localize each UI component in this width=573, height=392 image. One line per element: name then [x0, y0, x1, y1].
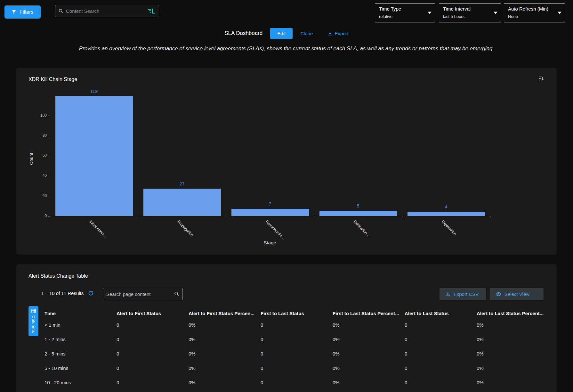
download-icon: [445, 291, 450, 297]
table-row: 2 - 5 mins00%00%00%: [44, 347, 544, 361]
bar-Propagation[interactable]: [143, 189, 221, 216]
eye-icon: [496, 292, 501, 296]
content-search-box: [55, 5, 159, 17]
column-header[interactable]: Alert to Last Status: [405, 311, 477, 316]
table-row: < 1 min00%00%00%: [44, 318, 544, 332]
column-header[interactable]: Time: [44, 311, 117, 316]
sort-button[interactable]: [538, 76, 544, 82]
table-cell: 0%: [333, 365, 405, 371]
columns-button-label: Columns: [31, 315, 36, 333]
y-axis-tick-label: 100: [33, 113, 47, 118]
column-header[interactable]: Alert to Last Status Percent...: [477, 311, 544, 316]
refresh-icon: [88, 290, 93, 296]
table-cell: 0%: [189, 351, 261, 356]
column-header[interactable]: First to Last Status Percent...: [333, 311, 405, 316]
x-axis-category-label: Propagation: [176, 219, 194, 237]
bar-value-label: 7: [269, 201, 271, 207]
table-cell: 0%: [189, 365, 261, 371]
refresh-button[interactable]: [88, 290, 93, 296]
table-cell: 0: [405, 337, 477, 342]
table-row: 1 - 2 mins00%00%00%: [44, 332, 544, 347]
bar-Exploration[interactable]: [408, 212, 485, 216]
time-type-label: Time Type: [379, 6, 426, 12]
bar-Initial Attem...[interactable]: [55, 96, 133, 216]
x-axis-category-label: Exfiltration ...: [352, 219, 371, 238]
table-cell: 0: [261, 337, 333, 342]
auto-refresh-dropdown[interactable]: Auto Refresh (Min) None: [504, 3, 565, 22]
page-title: SLA Dashboard: [224, 30, 262, 37]
table-cell: 0: [405, 365, 477, 371]
search-icon: [59, 9, 63, 13]
chart-title: XDR Kill Chain Stage: [28, 77, 77, 82]
x-axis-category-label: Exploration: [440, 219, 457, 236]
time-interval-label: Time Interval: [443, 6, 492, 12]
table-cell: 1 - 2 mins: [44, 337, 117, 342]
table-cell: 0%: [333, 351, 405, 356]
auto-refresh-label: Auto Refresh (Min): [508, 6, 556, 12]
x-axis-title: Stage: [263, 240, 276, 245]
table-cell: 0: [117, 337, 189, 342]
y-axis-tick-label: 40: [33, 173, 47, 178]
dashboard-description: Provides an overview of the performance …: [0, 45, 573, 52]
table-cell: 0%: [333, 380, 405, 385]
time-type-dropdown[interactable]: Time Type relative: [375, 3, 435, 22]
table-cell: 5 - 10 mins: [44, 365, 117, 371]
export-csv-button[interactable]: Export CSV: [440, 288, 486, 300]
x-axis-category-label: Initial Attem...: [88, 219, 108, 239]
chevron-down-icon: [494, 12, 497, 14]
column-header[interactable]: First to Last Status: [261, 311, 333, 316]
export-csv-label: Export CSV: [454, 291, 479, 297]
bar-Persistent Fo...[interactable]: [231, 209, 309, 216]
y-axis-tick: [48, 196, 50, 196]
x-axis-category-label: Persistent Fo...: [264, 219, 286, 241]
filter-icon: [12, 10, 16, 14]
table-cell: 0%: [333, 337, 405, 342]
x-axis-tick: [50, 216, 50, 218]
table-cell: < 1 min: [44, 322, 117, 328]
table-cell: 0: [117, 380, 189, 385]
y-axis-tick-label: 80: [33, 133, 47, 138]
sort-icon: [538, 76, 544, 81]
select-view-button[interactable]: Select View: [490, 288, 544, 300]
export-button-label: Export: [335, 31, 348, 36]
export-button[interactable]: Export: [327, 31, 348, 36]
bar-value-label: 119: [90, 88, 98, 94]
table-row: 10 - 20 mins00%00%00%: [44, 375, 544, 390]
clone-button[interactable]: Clone: [300, 31, 313, 36]
column-header[interactable]: Alert to First Status Percen...: [189, 311, 261, 316]
table-body: < 1 min00%00%00%1 - 2 mins00%00%00%2 - 5…: [44, 318, 544, 390]
table-cell: 0: [117, 365, 189, 371]
y-axis-tick-label: 20: [33, 193, 47, 198]
column-header[interactable]: Alert to First Status: [117, 311, 189, 316]
edit-button[interactable]: Edit: [270, 28, 293, 39]
bar-value-label: 5: [357, 203, 359, 208]
table-cell: 10 - 20 mins: [44, 380, 117, 385]
table-cell: 0%: [189, 337, 261, 342]
results-count: 1 – 10 of 11 Results: [41, 290, 84, 296]
table-cell: 0: [117, 322, 189, 328]
dashboard-header: SLA Dashboard Edit Clone Export: [0, 27, 573, 40]
bar-Exfiltration ...[interactable]: [319, 211, 397, 216]
time-interval-value: last 5 hours: [443, 14, 492, 19]
table-row: 5 - 10 mins00%00%00%: [44, 361, 544, 375]
content-search-input[interactable]: [66, 8, 145, 14]
y-axis-tick: [48, 156, 50, 156]
table-cell: 2 - 5 mins: [44, 351, 117, 356]
time-interval-dropdown[interactable]: Time Interval last 5 hours: [439, 3, 501, 22]
y-axis-tick-label: 0: [33, 214, 47, 218]
page-search-box: [103, 288, 183, 300]
page-search-input[interactable]: [106, 291, 172, 297]
bar-value-label: 4: [445, 204, 447, 209]
x-axis-tick: [314, 216, 314, 218]
y-axis-line: [50, 96, 50, 216]
x-axis-tick: [490, 216, 490, 218]
y-axis-tick-label: 60: [33, 153, 47, 158]
bar-chart: 020406080100119Initial Attem...27Propaga…: [50, 96, 490, 216]
filters-button-label: Filters: [20, 9, 34, 15]
x-axis-tick: [402, 216, 402, 218]
filters-button[interactable]: Filters: [4, 5, 41, 19]
columns-button[interactable]: Columns: [28, 306, 38, 336]
table-cell: 0%: [477, 365, 544, 371]
table-cell: 0%: [189, 322, 261, 328]
table-cell: 0%: [333, 322, 405, 328]
